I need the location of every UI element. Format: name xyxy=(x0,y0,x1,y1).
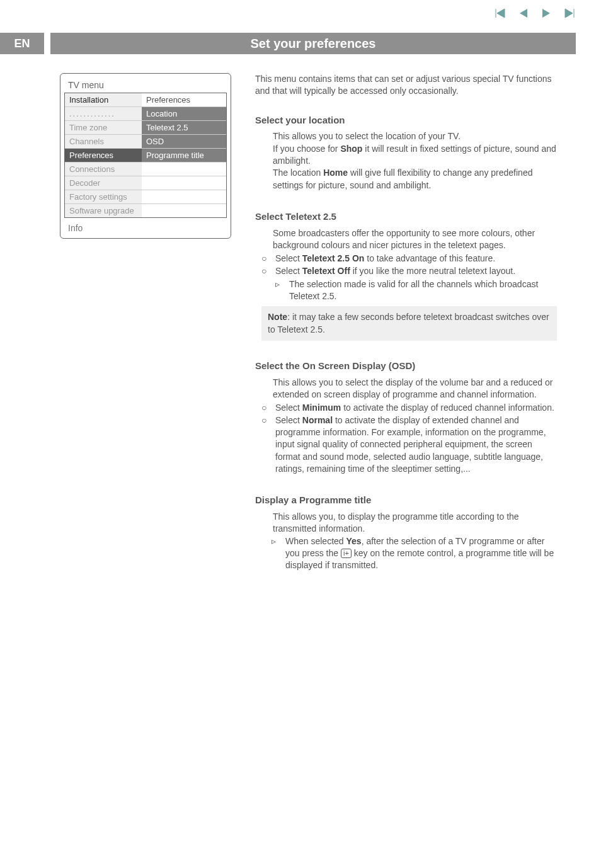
teletext-bullet-2: ○ Select Teletext Off if you like the mo… xyxy=(260,265,557,303)
menu-right-empty-1 xyxy=(142,163,226,176)
menu-right-empty-2 xyxy=(142,176,226,190)
teletext-note-box: Note: it may take a few seconds before t… xyxy=(261,306,557,341)
menu-col2-header: Preferences xyxy=(142,93,226,107)
progtitle-sub: ▹ When selected Yes, after the selection… xyxy=(255,535,557,572)
menu-left-factory: Factory settings xyxy=(65,190,142,204)
menu-left-preferences: Preferences xyxy=(65,149,142,163)
location-line-1: This allows you to select the location o… xyxy=(273,130,557,142)
osd-bullet-2: ○ Select Normal to activate the display … xyxy=(260,414,557,476)
menu-title: TV menu xyxy=(64,77,227,93)
page-title: Set your preferences xyxy=(50,33,576,54)
tv-menu-panel: TV menu Installation Preferences .......… xyxy=(60,73,231,239)
section-location-heading: Select your location xyxy=(255,114,557,127)
menu-right-teletext: Teletext 2.5 xyxy=(142,121,226,135)
osd-bullet-1: ○ Select Minimum to activate the display… xyxy=(260,402,557,414)
section-progtitle-heading: Display a Programme title xyxy=(255,494,557,507)
menu-left-channels: Channels xyxy=(65,135,142,149)
section-teletext-heading: Select Teletext 2.5 xyxy=(255,210,557,224)
menu-right-empty-3 xyxy=(142,190,226,204)
menu-left-installation: Installation xyxy=(65,93,142,107)
last-icon[interactable] xyxy=(563,8,576,19)
language-badge: EN xyxy=(0,33,44,54)
teletext-intro: Some broadcasters offer the opportunity … xyxy=(255,227,557,252)
menu-right-location: Location xyxy=(142,107,226,121)
first-icon[interactable] xyxy=(494,8,507,19)
next-icon[interactable] xyxy=(541,8,552,19)
menu-left-software: Software upgrade xyxy=(65,204,142,217)
menu-left-time-zone: Time zone xyxy=(65,121,142,135)
prev-icon[interactable] xyxy=(518,8,529,19)
menu-info-label: Info xyxy=(64,218,227,233)
menu-left-connections: Connections xyxy=(65,163,142,176)
menu-left-decoder: Decoder xyxy=(65,176,142,190)
progtitle-intro: This allows you, to display the programm… xyxy=(255,511,557,535)
menu-right-osd: OSD xyxy=(142,135,226,149)
menu-grid: Installation Preferences ............. L… xyxy=(64,93,227,218)
menu-right-programme-title: Programme title xyxy=(142,149,226,163)
menu-left-blank: ............. xyxy=(65,107,142,121)
teletext-bullet-1: ○ Select Teletext 2.5 On to take advanta… xyxy=(260,253,557,265)
pdf-nav-bar xyxy=(494,8,576,19)
osd-intro: This allows you to select the display of… xyxy=(255,377,557,401)
menu-right-empty-4 xyxy=(142,204,226,217)
teletext-subnote: The selection made is valid for all the … xyxy=(289,278,557,303)
intro-paragraph: This menu contains items that can set or… xyxy=(255,73,557,98)
location-line-2: If you choose for Shop it will result in… xyxy=(273,143,557,168)
location-line-3: The location Home will give full flexibi… xyxy=(273,167,557,191)
i-plus-icon: i+ xyxy=(341,549,352,558)
section-osd-heading: Select the On Screen Display (OSD) xyxy=(255,360,557,373)
